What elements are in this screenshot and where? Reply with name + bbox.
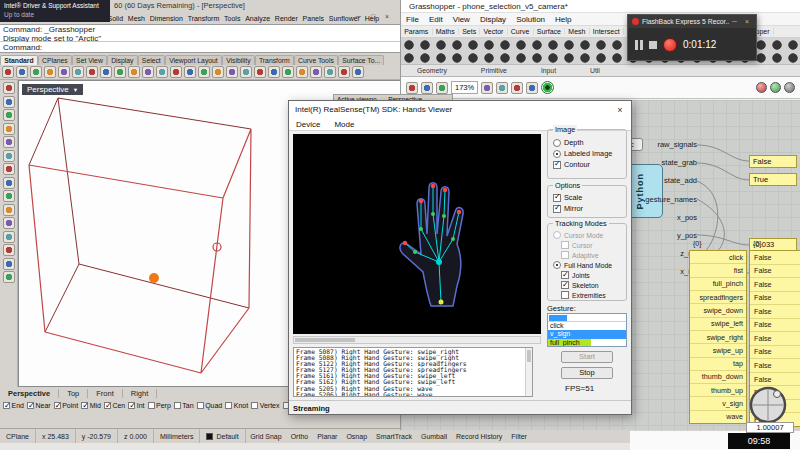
toolbar-tab[interactable]: Surface To... bbox=[338, 55, 384, 65]
start-button[interactable]: Start bbox=[561, 351, 613, 363]
grasshopper-titlebar[interactable]: Grasshopper - phone_selection_v5_camera* bbox=[401, 0, 800, 13]
toolbar-icon[interactable] bbox=[226, 66, 238, 78]
viewport-tab[interactable]: Perspective bbox=[0, 389, 59, 398]
zoom-in-icon[interactable] bbox=[481, 82, 493, 94]
rhino-menu-item[interactable]: Render bbox=[272, 15, 300, 22]
checkbox-contour[interactable]: Contour bbox=[548, 159, 626, 170]
save-file-icon[interactable] bbox=[436, 82, 448, 94]
toolbar-icon[interactable] bbox=[2, 66, 14, 78]
rhino-menu-item[interactable]: Dimension bbox=[147, 15, 185, 22]
component-tab[interactable]: Intersect bbox=[590, 28, 624, 35]
gesture-names-panel[interactable]: clickfistfull_pinchspreadfingersswipe_do… bbox=[689, 250, 747, 424]
canvas-compass-widget[interactable] bbox=[747, 384, 789, 426]
toolbar-icon[interactable] bbox=[3, 82, 15, 94]
toolbar-tab[interactable]: Visibility bbox=[222, 55, 255, 65]
stop-icon[interactable] bbox=[649, 41, 657, 49]
open-file-icon[interactable] bbox=[421, 82, 433, 94]
status-toggle[interactable]: Grid Snap bbox=[246, 433, 287, 440]
status-toggle[interactable]: Ortho bbox=[286, 433, 313, 440]
checkbox-cursor[interactable]: Cursor bbox=[548, 240, 626, 250]
checkbox-adaptive[interactable]: Adaptive bbox=[548, 250, 626, 260]
osnap-toggle[interactable]: Knot bbox=[225, 402, 248, 409]
component-group-label[interactable]: Util bbox=[590, 67, 600, 74]
radio-depth[interactable]: Depth bbox=[548, 137, 626, 148]
flashback-titlebar[interactable]: FlashBack Express 5 Recor... ─ × bbox=[628, 15, 756, 28]
toolbar-icon[interactable] bbox=[142, 66, 154, 78]
toolbar-tab[interactable]: Set View bbox=[72, 55, 107, 65]
toolbar-icon[interactable] bbox=[268, 66, 280, 78]
component-tab[interactable]: Vector bbox=[480, 28, 507, 35]
toolbar-icon[interactable] bbox=[128, 66, 140, 78]
component-group-label[interactable]: Input bbox=[541, 67, 556, 74]
component-tab[interactable]: Surface bbox=[534, 28, 566, 35]
checkbox-skeleton[interactable]: Skeleton bbox=[548, 280, 626, 290]
output-label[interactable]: raw_signals bbox=[635, 136, 697, 154]
window-controls[interactable]: ─ × bbox=[732, 18, 752, 25]
zoom-level[interactable]: 173% bbox=[451, 81, 478, 94]
grasshopper-menu-item[interactable]: Solution bbox=[511, 15, 550, 24]
output-label[interactable]: z_rot bbox=[635, 245, 697, 263]
toolbar-tab[interactable]: Viewport Layout bbox=[165, 55, 222, 65]
osnap-toggle[interactable]: Quad bbox=[197, 402, 223, 409]
status-toggle[interactable]: Planar bbox=[313, 433, 342, 440]
status-toggle[interactable]: Osnap bbox=[342, 433, 372, 440]
component-tab[interactable]: Sets bbox=[459, 28, 480, 35]
component-tab[interactable]: Params bbox=[401, 28, 433, 35]
toolbar-icon[interactable] bbox=[100, 66, 112, 78]
toolbar-icon[interactable] bbox=[3, 217, 15, 229]
preview-off-icon[interactable] bbox=[756, 82, 767, 93]
toolbar-icon[interactable] bbox=[282, 66, 294, 78]
viewport-tab[interactable]: Top bbox=[59, 389, 88, 398]
osnap-toggle[interactable]: Mid bbox=[81, 402, 101, 409]
sketch-tool-icon[interactable] bbox=[526, 82, 538, 94]
checkbox-mirror[interactable]: Mirror bbox=[548, 203, 626, 214]
preview-shaded-icon[interactable] bbox=[770, 82, 781, 93]
rhino-menu-item[interactable]: Help bbox=[362, 15, 381, 22]
preview-eye-icon[interactable] bbox=[541, 81, 554, 94]
toolbar-icon[interactable] bbox=[16, 66, 28, 78]
osnap-toggle[interactable]: Int bbox=[128, 402, 144, 409]
toolbar-icon[interactable] bbox=[3, 109, 15, 121]
gesture-filter-input[interactable] bbox=[548, 314, 626, 322]
viewport-tab[interactable]: Front bbox=[88, 389, 123, 398]
new-file-icon[interactable] bbox=[406, 82, 418, 94]
checkbox-extremities[interactable]: Extremities bbox=[548, 290, 626, 300]
status-toggle[interactable]: Gumball bbox=[416, 433, 451, 440]
checkbox-joints[interactable]: Joints bbox=[548, 270, 626, 280]
rhino-menu-item[interactable]: Tools bbox=[222, 15, 243, 22]
toolbar-icon[interactable] bbox=[3, 271, 15, 283]
osnap-toggle[interactable]: Point bbox=[54, 402, 78, 409]
view-tool-icon[interactable] bbox=[511, 82, 523, 94]
log-scrollbar[interactable] bbox=[525, 348, 532, 396]
output-label[interactable]: y_pos bbox=[635, 227, 697, 245]
osnap-toggle[interactable]: Perp bbox=[148, 402, 171, 409]
osnap-toggle[interactable]: Near bbox=[27, 402, 51, 409]
gesture-option[interactable]: full_pinch bbox=[548, 339, 626, 347]
viewport-tab[interactable]: Right bbox=[123, 389, 158, 398]
toolbar-icon[interactable] bbox=[184, 66, 196, 78]
gesture-option[interactable]: click bbox=[548, 322, 626, 330]
rhino-menu-item[interactable]: Analyze bbox=[243, 15, 273, 22]
radio-cursor-mode[interactable]: Cursor Mode bbox=[548, 230, 626, 240]
toolbar-icon[interactable] bbox=[352, 66, 364, 78]
component-tab[interactable]: Mesh bbox=[565, 28, 590, 35]
zoom-out-icon[interactable] bbox=[496, 82, 508, 94]
rhino-menu-item[interactable]: Mesh bbox=[125, 15, 147, 22]
gesture-option[interactable]: v_sign bbox=[548, 330, 626, 338]
realsense-menu-item[interactable]: Device bbox=[289, 120, 327, 129]
output-label[interactable]: state_grab bbox=[635, 154, 697, 172]
toolbar-tab[interactable]: CPlanes bbox=[38, 55, 72, 65]
osnap-toggle[interactable]: Vertex bbox=[251, 402, 279, 409]
checkbox-scale[interactable]: Scale bbox=[548, 192, 626, 203]
toolbar-tab[interactable]: Display bbox=[107, 55, 138, 65]
rhino-toolbar-icons[interactable] bbox=[0, 65, 400, 80]
rhino-menu-item[interactable]: Sunflower bbox=[326, 15, 362, 22]
rhino-side-toolbar[interactable] bbox=[0, 80, 18, 387]
grasshopper-menu-item[interactable]: Help bbox=[550, 15, 576, 24]
toolbar-icon[interactable] bbox=[3, 190, 15, 202]
toolbar-icon[interactable] bbox=[72, 66, 84, 78]
cplane-cell[interactable]: CPlane bbox=[0, 429, 36, 443]
toolbar-icon[interactable] bbox=[58, 66, 70, 78]
output-label[interactable]: state_add bbox=[635, 172, 697, 190]
toolbar-icon[interactable] bbox=[3, 177, 15, 189]
